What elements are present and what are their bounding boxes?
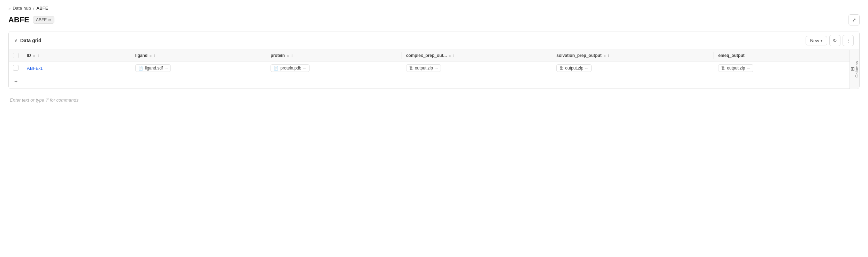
breadcrumb-current: ABFE bbox=[37, 6, 48, 11]
row-id-link[interactable]: ABFE-1 bbox=[27, 66, 43, 71]
th-protein-actions: ≡ ⋮ bbox=[287, 53, 294, 58]
th-complex-prep-label: complex_prep_out... bbox=[406, 53, 447, 58]
collapse-icon[interactable]: ∨ bbox=[14, 38, 17, 43]
add-row-icon: + bbox=[14, 79, 17, 85]
ligand-filter-icon[interactable]: ≡ bbox=[150, 54, 152, 58]
th-id: ID ≡ ⋮ bbox=[23, 50, 131, 61]
data-grid-header: ∨ Data grid New ▾ ↻ ⋮ bbox=[9, 31, 859, 50]
ligand-file-icon: 📄 bbox=[138, 66, 143, 71]
data-table: ID ≡ ⋮ ligand bbox=[9, 50, 859, 89]
th-solvation-label: solvation_prep_output bbox=[556, 53, 601, 58]
td-complex-prep: 🗜 output.zip ··· bbox=[402, 61, 552, 75]
page-header: ABFE ABFE ⧉ ⤢ bbox=[8, 14, 860, 25]
protein-filter-icon[interactable]: ≡ bbox=[287, 54, 289, 58]
footer-hint: Enter text or type '/' for commands bbox=[8, 95, 860, 105]
th-protein-label: protein bbox=[271, 53, 285, 58]
th-id-label: ID bbox=[27, 53, 31, 58]
data-grid-title-area: ∨ Data grid bbox=[14, 38, 41, 43]
emeq-file-icon: 🗜 bbox=[721, 66, 725, 70]
emeq-file-name: output.zip bbox=[727, 66, 745, 71]
protein-file-icon: 📄 bbox=[274, 66, 279, 71]
ligand-file-more[interactable]: ··· bbox=[165, 66, 168, 70]
complex-file-name: output.zip bbox=[415, 66, 433, 71]
th-ligand-actions: ≡ ⋮ bbox=[150, 53, 157, 58]
title-badge-label: ABFE bbox=[36, 17, 47, 22]
expand-icon: ⤢ bbox=[852, 17, 856, 23]
th-solvation-actions: ≡ ⋮ bbox=[604, 53, 611, 58]
td-id[interactable]: ABFE-1 bbox=[23, 61, 131, 75]
breadcrumb-separator: / bbox=[33, 6, 35, 11]
more-icon: ⋮ bbox=[846, 38, 851, 43]
page-title-area: ABFE ABFE ⧉ bbox=[8, 15, 54, 24]
refresh-button[interactable]: ↻ bbox=[829, 35, 840, 46]
columns-sidebar-label: Columns bbox=[855, 61, 859, 78]
data-grid-actions: New ▾ ↻ ⋮ bbox=[806, 35, 854, 46]
ligand-file-name: ligand.sdf bbox=[145, 66, 163, 71]
td-checkbox bbox=[9, 61, 23, 75]
th-solvation: solvation_prep_output ≡ ⋮ bbox=[552, 50, 714, 61]
th-protein: protein ≡ ⋮ bbox=[266, 50, 402, 61]
th-id-actions: ≡ ⋮ bbox=[33, 53, 40, 58]
breadcrumb: » Data hub / ABFE bbox=[8, 6, 860, 11]
th-complex-prep-actions: ≡ ⋮ bbox=[449, 53, 456, 58]
new-button-label: New bbox=[810, 38, 819, 43]
solvation-file-icon: 🗜 bbox=[559, 66, 563, 70]
data-grid-container: ∨ Data grid New ▾ ↻ ⋮ bbox=[8, 31, 860, 89]
th-complex-prep: complex_prep_out... ≡ ⋮ bbox=[402, 50, 552, 61]
refresh-icon: ↻ bbox=[833, 38, 837, 43]
add-row-button[interactable]: + bbox=[13, 78, 19, 86]
add-row: + bbox=[9, 75, 859, 89]
solvation-file-chip[interactable]: 🗜 output.zip ··· bbox=[556, 64, 591, 72]
table-wrapper: ID ≡ ⋮ ligand bbox=[9, 50, 859, 89]
filter-icon[interactable]: ≡ bbox=[33, 54, 35, 58]
th-ligand: ligand ≡ ⋮ bbox=[131, 50, 267, 61]
add-row-cell: + bbox=[9, 75, 859, 89]
emeq-file-more[interactable]: ··· bbox=[747, 66, 750, 70]
table-row: ABFE-1 📄 ligand.sdf ··· 📄 bbox=[9, 61, 859, 75]
td-emeq: 🗜 output.zip ··· bbox=[714, 61, 850, 75]
row-checkbox[interactable] bbox=[13, 65, 18, 71]
th-id-more-icon[interactable]: ⋮ bbox=[36, 53, 40, 58]
th-ligand-label: ligand bbox=[135, 53, 147, 58]
th-complex-more-icon[interactable]: ⋮ bbox=[452, 53, 456, 58]
more-options-button[interactable]: ⋮ bbox=[843, 35, 854, 46]
expand-button[interactable]: ⤢ bbox=[848, 14, 860, 25]
copy-icon: ⧉ bbox=[48, 18, 51, 22]
protein-file-more[interactable]: ··· bbox=[303, 66, 306, 70]
columns-sidebar-button[interactable]: ⊞ Columns bbox=[850, 50, 859, 89]
complex-file-icon: 🗜 bbox=[409, 66, 413, 70]
breadcrumb-chevron: » bbox=[8, 6, 10, 10]
th-ligand-more-icon[interactable]: ⋮ bbox=[153, 53, 157, 58]
breadcrumb-parent-link[interactable]: Data hub bbox=[13, 6, 31, 11]
table-header-row: ID ≡ ⋮ ligand bbox=[9, 50, 859, 61]
th-emeq-label: emeq_output bbox=[718, 53, 744, 58]
emeq-file-chip[interactable]: 🗜 output.zip ··· bbox=[718, 64, 753, 72]
td-ligand: 📄 ligand.sdf ··· bbox=[131, 61, 267, 75]
td-solvation: 🗜 output.zip ··· bbox=[552, 61, 714, 75]
ligand-file-chip[interactable]: 📄 ligand.sdf ··· bbox=[135, 64, 171, 72]
th-protein-more-icon[interactable]: ⋮ bbox=[290, 53, 294, 58]
columns-panel-icon: ⊞ bbox=[851, 66, 855, 72]
th-checkbox bbox=[9, 50, 23, 61]
page-title: ABFE bbox=[8, 15, 29, 24]
complex-file-more[interactable]: ··· bbox=[435, 66, 438, 70]
solvation-file-name: output.zip bbox=[565, 66, 583, 71]
complex-file-chip[interactable]: 🗜 output.zip ··· bbox=[406, 64, 441, 72]
complex-filter-icon[interactable]: ≡ bbox=[449, 54, 451, 58]
title-badge[interactable]: ABFE ⧉ bbox=[33, 16, 54, 24]
solvation-file-more[interactable]: ··· bbox=[585, 66, 588, 70]
th-emeq: emeq_output bbox=[714, 50, 850, 61]
protein-file-name: protein.pdb bbox=[280, 66, 301, 71]
solvation-filter-icon[interactable]: ≡ bbox=[604, 54, 606, 58]
protein-file-chip[interactable]: 📄 protein.pdb ··· bbox=[271, 64, 309, 72]
data-grid-title: Data grid bbox=[20, 38, 41, 43]
new-button[interactable]: New ▾ bbox=[806, 36, 827, 45]
select-all-checkbox[interactable] bbox=[13, 53, 18, 58]
th-solvation-more-icon[interactable]: ⋮ bbox=[607, 53, 610, 58]
new-button-chevron: ▾ bbox=[821, 38, 823, 43]
td-protein: 📄 protein.pdb ··· bbox=[266, 61, 402, 75]
